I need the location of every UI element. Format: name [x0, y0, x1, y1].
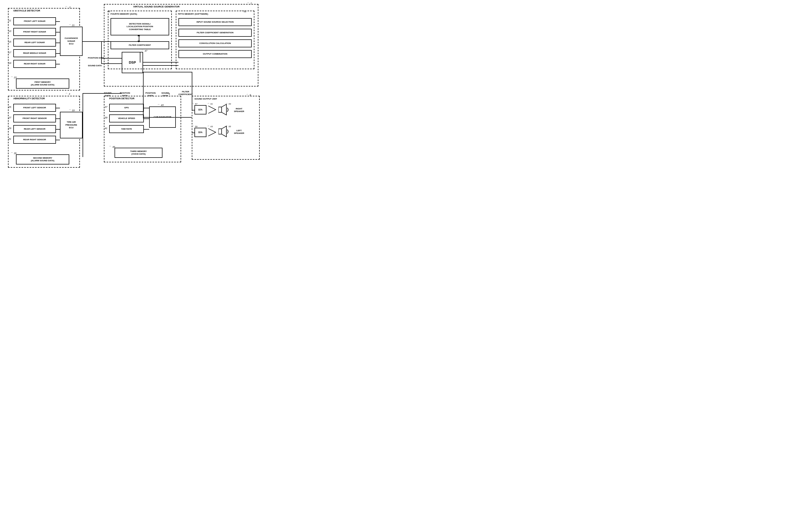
ref-17: 17 — [9, 51, 11, 54]
ref-55: 55 — [229, 126, 231, 128]
ref-27: 27 — [9, 116, 11, 119]
left-speaker-label: LEFT SPEAKER — [230, 128, 248, 136]
ref-33: 33 — [72, 109, 75, 112]
ref-7: 7 — [250, 2, 252, 5]
rear-left-sensor: REAR LEFT SENSOR — [13, 125, 56, 133]
virtual-sound-source-title: VIRTUAL SOUND SOURCE GENERATOR — [133, 5, 179, 8]
first-memory: FIRST MEMORY (ALARM SOUND DATA) — [16, 79, 69, 89]
vehicle-speed-box: VEHICLE SPEED — [109, 114, 144, 122]
ref-41: 41 — [105, 127, 107, 130]
da-left: D/A — [194, 128, 207, 137]
front-right-sensor: FRONT RIGHT SENSOR — [13, 114, 56, 122]
ref-13: 13 — [9, 30, 11, 32]
sound-data-label-1: SOUND DATA — [88, 64, 102, 67]
third-memory: THIRD MEMORY (VOICE DATA) — [115, 148, 162, 158]
tire-air-pressure-ecu: TIRE AIR PRESSURE ECU — [60, 112, 83, 138]
obstacle-detector-title: OBSTACLE DETECTOR — [13, 9, 40, 12]
input-sound-source-box: INPUT SOUND SOURCE SELECTION — [178, 18, 252, 26]
rear-right-sonar: REAR RIGHT SONAR — [13, 60, 56, 68]
rear-right-sensor: REAR RIGHT SENSOR — [13, 136, 56, 144]
sound-data-label-2: SOUNDDATA — [104, 92, 112, 97]
ref-35: 35 — [14, 152, 17, 155]
ref-1: 1 — [69, 6, 70, 9]
front-left-sonar: FRONT LEFT SONAR — [13, 17, 56, 25]
ref-11: 11 — [9, 19, 11, 22]
ref-57: 57 — [195, 103, 197, 105]
ref-53: 53 — [229, 103, 231, 105]
fifth-memory-title: FIFTH MEMORY (SOFTWARE) — [178, 13, 208, 15]
diagram: OBSTACLE DETECTOR 1 ⌒ FRONT LEFT SONAR 1… — [0, 0, 266, 176]
svg-rect-2 — [218, 129, 222, 134]
rear-left-sonar: REAR LEFT SONAR — [13, 38, 56, 47]
position-data-label-2: POSITIONDATA — [120, 92, 130, 97]
ref-23: 23 — [14, 76, 17, 79]
position-data-label-3: POSITIONDATA — [145, 92, 156, 97]
right-speaker-label: RIGHT SPEAKER — [230, 106, 248, 114]
gps-box: GPS — [109, 104, 144, 112]
ref-51: 51 — [244, 10, 246, 13]
ref-9: 9 — [249, 94, 251, 96]
ref-37: 37 — [105, 106, 107, 108]
yaw-rate-box: YAW RATE — [109, 125, 144, 133]
clearance-sonar-ecu: CLEARANCE SONAR ECU — [60, 27, 83, 56]
ref-3: 3 — [69, 93, 70, 95]
ref-19: 19 — [9, 62, 11, 64]
detection-signal-box: DETECTION SIGNAL/ LOCALIZATION POSITION … — [111, 18, 169, 35]
ref-25: 25 — [9, 106, 11, 108]
sound-output-title: SOUND OUTPUT UNIT — [194, 98, 217, 100]
ref-21: 21 — [72, 24, 75, 27]
ref-31: 31 — [9, 137, 11, 140]
fourth-memory-title: FOURTH MEMORY (DATA) — [111, 13, 137, 15]
abnormality-detector-title: ABNORMALITY DETECTOR — [13, 97, 45, 100]
sound-data-label-3: SOUNDDATA — [161, 92, 169, 97]
filter-coefficient-label: FILTERCOEFFICIENT — [178, 90, 193, 96]
position-detector-title: POSITION DETECTOR — [109, 97, 134, 100]
ref-15: 15 — [9, 40, 11, 43]
svg-rect-0 — [218, 107, 222, 112]
filter-coefficient-box: FILTER COEFFICIENT — [111, 41, 169, 49]
filter-coefficient-gen-box: FILTER COEFFICIENT GENERATION — [178, 29, 252, 37]
ref-63: 63 — [210, 126, 213, 128]
front-left-sensor: FRONT LEFT SENSOR — [13, 104, 56, 112]
ref-59: 59 — [195, 126, 197, 128]
front-right-sonar: FRONT RIGHT SONAR — [13, 28, 56, 36]
ref-43: 43 — [161, 104, 164, 106]
ref-61: 61 — [210, 103, 213, 105]
rear-middle-sonar: REAR MIDDLE SONAR — [13, 49, 56, 57]
second-memory: SECOND MEMORY (ALARM SOUND DATA) — [16, 154, 69, 165]
ref-45: 45 — [112, 146, 115, 148]
convolution-calc-box: CONVOLUTION CALCULATION — [178, 39, 252, 47]
ref-49: 49 — [107, 10, 110, 13]
da-right: D/A — [194, 105, 207, 114]
ref-29: 29 — [9, 127, 11, 130]
right-speaker-icon — [218, 104, 232, 116]
output-combination-box: OUTPUT COMBINATION — [178, 50, 252, 58]
ref-39: 39 — [105, 116, 107, 119]
